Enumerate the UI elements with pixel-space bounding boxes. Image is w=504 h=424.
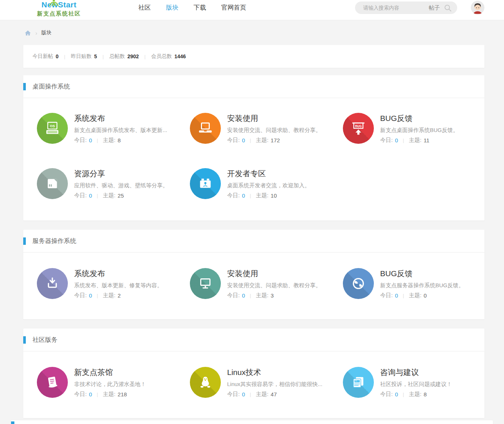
forum-title[interactable]: 系统发布 [74,113,167,124]
forum-title[interactable]: BUG反馈 [380,113,459,124]
package-icon[interactable] [37,168,68,199]
section-title: 服务器操作系统 [32,237,76,245]
stat-label: 会员总数 [151,53,172,60]
breadcrumb: › 版块 [0,20,504,37]
nav-item-download[interactable]: 下载 [194,3,206,12]
breadcrumb-current[interactable]: 版块 [41,29,52,36]
forum-card-developer-zone[interactable]: 开发者专区 桌面系统开发者交流，欢迎加入。 今日: 0 | 主题: 10 [190,168,343,199]
section-server-os: 服务器操作系统 系统发布 系统发布、版本更新、修复等内容。 今日: 0 | 主题… [23,230,484,319]
topic-count: 3 [271,292,274,299]
today-count: 0 [89,192,92,199]
section-header: 桌面操作系统 [23,75,484,98]
count-separator: | [97,392,98,397]
search-icon[interactable] [444,4,452,12]
forum-description: 安装使用交流、问题求助、教程分享。 [227,126,321,134]
forum-counts: 今日: 0 | 主题: 218 [74,391,146,398]
today-label: 今日: [380,292,393,299]
section-title: 桌面操作系统 [32,82,70,91]
forum-counts: 今日: 0 | 主题: 11 [380,137,459,144]
breadcrumb-separator: › [35,30,37,36]
globe-icon[interactable] [343,268,374,299]
forum-title[interactable]: BUG反馈 [380,268,464,279]
forum-title[interactable]: 新支点茶馆 [74,367,146,378]
count-separator: | [97,138,98,143]
topic-count: 2 [118,292,121,299]
count-separator: | [250,392,251,397]
os-release-icon[interactable]: OS [37,113,68,144]
forum-title[interactable]: 系统发布 [74,268,163,279]
count-separator: | [403,293,404,298]
brand-subtitle: 新支点系统社区 [31,10,87,17]
count-separator: | [97,193,98,198]
forum-card-teahouse[interactable]: 新支点茶馆 非技术讨论，此乃灌水圣地！ 今日: 0 | 主题: 218 [37,367,190,398]
nav-item-forums[interactable]: 版块 [166,3,178,12]
forum-card-suggestions[interactable]: 咨询与建议 社区投诉，社区问题或建议！ 今日: 0 | 主题: 8 [343,367,496,398]
user-avatar[interactable] [471,1,484,14]
forum-title[interactable]: Linux技术 [227,367,322,378]
today-count: 0 [242,192,245,199]
stat-value: 2902 [127,53,139,59]
forum-card-install-use[interactable]: 安装使用 安装使用交流、问题求助、教程分享。 今日: 0 | 主题: 172 [190,113,343,144]
section-body: OS 系统发布 新支点桌面操作系统发布、版本更新... 今日: 0 | 主题: … [23,98,484,220]
today-count: 0 [242,137,245,143]
tux-penguin-icon[interactable] [190,367,221,398]
brand-start-text: Start [58,0,76,9]
topic-count: 11 [424,137,430,143]
forum-title[interactable]: 开发者专区 [227,168,310,179]
today-count: 0 [395,137,398,143]
bug-board-icon[interactable]: BUG [343,113,374,144]
forum-title[interactable]: 咨询与建议 [380,367,452,378]
search-scope-select[interactable]: 帖子 [429,4,440,11]
forum-card-system-release[interactable]: 系统发布 系统发布、版本更新、修复等内容。 今日: 0 | 主题: 2 [37,268,190,299]
forum-card-bug-feedback[interactable]: BUG反馈 新支点服务器操作系统BUG反馈。 今日: 0 | 主题: 0 [343,268,496,299]
site-logo[interactable]: NewStart 新支点系统社区 [31,0,87,17]
today-label: 今日: [380,137,393,144]
topic-count: 10 [271,192,277,199]
section-title: 社区版务 [32,336,58,344]
newspaper-icon[interactable] [343,367,374,398]
today-count: 0 [395,391,398,397]
forum-description: 桌面系统开发者交流，欢迎加入。 [227,181,310,189]
forum-title[interactable]: 资源分享 [74,168,168,179]
scroll-list-icon[interactable] [37,367,68,398]
nav-item-official-home[interactable]: 官网首页 [221,3,246,12]
download-tray-icon[interactable] [37,268,68,299]
stat-label: 今日新帖 [32,53,53,60]
today-count: 0 [395,292,398,299]
stat-separator: | [102,54,104,59]
home-icon[interactable] [24,29,31,37]
today-label: 今日: [380,391,393,398]
forum-card-resource-share[interactable]: 资源分享 应用软件、驱动、游戏、壁纸等分享。 今日: 0 | 主题: 25 [37,168,190,199]
forum-description: 应用软件、驱动、游戏、壁纸等分享。 [74,181,168,189]
forum-description: Linux其实很容易学，相信你们能很快... [227,380,322,388]
svg-text:OS: OS [50,124,55,128]
forum-counts: 今日: 0 | 主题: 8 [74,137,167,144]
search-input[interactable] [363,5,427,11]
forum-description: 新支点桌面操作系统发布、版本更新... [74,126,167,134]
forum-title[interactable]: 安装使用 [227,268,321,279]
forum-card-linux-tech[interactable]: Linux技术 Linux其实很容易学，相信你们能很快... 今日: 0 | 主… [190,367,343,398]
forum-card-bug-feedback[interactable]: BUG BUG反馈 新支点桌面操作系统BUG反馈。 今日: 0 | 主题: 11 [343,113,496,144]
nav-item-community[interactable]: 社区 [138,3,151,12]
monitor-icon[interactable] [190,268,221,299]
today-count: 0 [89,137,92,143]
forum-counts: 今日: 0 | 主题: 2 [74,292,163,299]
today-label: 今日: [74,292,87,299]
count-separator: | [250,138,251,143]
topics-label: 主题: [256,192,268,199]
forum-counts: 今日: 0 | 主题: 3 [227,292,321,299]
today-label: 今日: [227,391,240,398]
forum-card-system-release[interactable]: OS 系统发布 新支点桌面操作系统发布、版本更新... 今日: 0 | 主题: … [37,113,190,144]
developer-briefcase-icon[interactable] [190,168,221,199]
stat-value: 0 [56,53,59,59]
section-accent-bar [23,237,26,245]
forum-title[interactable]: 安装使用 [227,113,321,124]
laptop-icon[interactable] [190,113,221,144]
topics-label: 主题: [256,391,268,398]
forum-description: 新支点服务器操作系统BUG反馈。 [380,281,464,289]
today-label: 今日: [74,192,87,199]
section-accent-bar [23,83,26,90]
forum-card-install-use[interactable]: 安装使用 安装使用交流、问题求助、教程分享。 今日: 0 | 主题: 3 [190,268,343,299]
today-count: 0 [89,292,92,299]
section-community-affairs: 社区版务 新支点茶馆 非技术讨论，此乃灌水圣地！ 今日: 0 | [23,329,484,418]
